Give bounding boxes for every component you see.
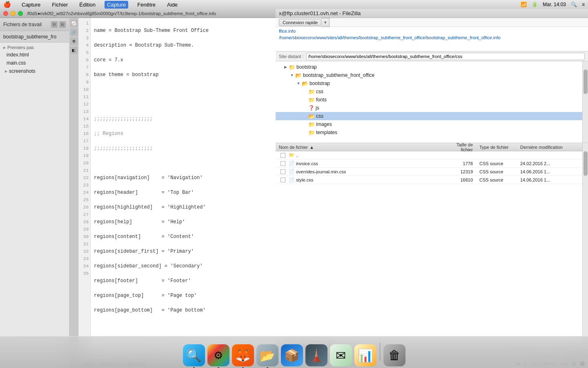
file-item-invoice[interactable]: 📄 invoice.css 1778 CSS source 24.02.2016…	[276, 159, 582, 168]
scrollbar-thumb	[584, 70, 588, 94]
battery-icon: 🔋	[532, 2, 538, 7]
col-date-header[interactable]: Dernière modification	[517, 145, 582, 150]
menu-fichier[interactable]: Fichier	[49, 1, 70, 9]
tree-toggle: ▼	[295, 81, 302, 85]
file-checkbox[interactable]	[281, 169, 285, 174]
remote-site-input[interactable]	[306, 53, 585, 60]
dock: 🔍 ⚙ 🦊 📂 📦 🗼 ✉ 📊 🗑	[0, 336, 588, 368]
apple-menu[interactable]: 🍎	[3, 1, 11, 8]
file-name: style.css	[296, 177, 313, 182]
dock-item-mail[interactable]: ✉	[330, 344, 352, 366]
file-item-overrides[interactable]: 📄 overrides-journal.min.css 12319 CSS so…	[276, 168, 582, 176]
folder-icon: 📁	[308, 89, 315, 95]
virtualbox-icon: 📦	[284, 348, 299, 363]
trash-icon: 🗑	[388, 348, 401, 362]
fz-titlebar: x@ftp.cluster011.ovh.net - FileZilla	[276, 9, 588, 18]
dock-item-tower[interactable]: 🗼	[305, 344, 327, 366]
menu-fenetre[interactable]: Fenêtre	[135, 1, 158, 9]
scrollbar-thumb	[584, 151, 588, 176]
file-type: CSS source	[476, 177, 517, 182]
main-container: /f0dS●m/k0f2_wt927n2vhbxvd6jj85m0000gn/T…	[0, 9, 588, 368]
remote-site-label: Site distant :	[279, 54, 304, 59]
line-numbers: 12345 678910 1112131415 1617181920 21222…	[78, 18, 91, 359]
tree-label: templates	[316, 130, 337, 135]
finder-icon: 🔍	[186, 348, 201, 363]
tool-graph[interactable]: 📈	[70, 20, 78, 27]
right-tools: 📈 🔗 ⚙ ◧	[69, 18, 78, 368]
file-checkbox[interactable]	[281, 153, 285, 158]
close-button[interactable]	[3, 11, 8, 16]
tree-toggle: ▼	[289, 73, 295, 77]
col-name-header[interactable]: Nom de fichier ▲	[276, 145, 443, 150]
fz-tree-area-container: ▶ 📁 bootstrap ▼ 📂 bootstrap_subtheme_fro…	[276, 61, 588, 143]
dock-item-vbox[interactable]: 📦	[281, 344, 303, 366]
menu-aide[interactable]: Aide	[165, 1, 180, 9]
file-list-scrollbar[interactable]	[582, 143, 588, 343]
quick-connect-dropdown[interactable]: ▼	[321, 18, 330, 27]
tree-label: bootstrap_subtheme_front_office	[303, 72, 374, 78]
tree-label: images	[316, 121, 332, 127]
tree-item-css-selected[interactable]: 📂 css	[276, 112, 582, 120]
dock-item-chrome[interactable]: ⚙	[207, 344, 229, 366]
col-size-header[interactable]: Taille de fichier	[443, 143, 476, 152]
fz-file-list-header: Nom de fichier ▲ Taille de fichier Type …	[276, 143, 582, 151]
dock-item-filezilla[interactable]: 📂	[256, 344, 278, 366]
sidebar-file-main[interactable]: main.css	[0, 59, 69, 67]
file-type: CSS source	[476, 161, 517, 166]
file-checkbox[interactable]	[281, 177, 285, 182]
dock-separator	[380, 343, 380, 361]
tree-scrollbar[interactable]	[582, 61, 588, 143]
tree-item-images[interactable]: 📁 images	[276, 120, 582, 128]
file-item-style[interactable]: 📄 style.css 16810 CSS source 14.06.2016 …	[276, 176, 582, 184]
sidebar-file-index[interactable]: index.html	[0, 51, 69, 59]
dock-item-firefox[interactable]: 🦊	[232, 344, 254, 366]
folder-open-icon: 📂	[308, 113, 315, 119]
menu-extra-icon[interactable]: ≡	[582, 2, 585, 7]
dock-item-finder[interactable]: 🔍	[183, 344, 205, 366]
menu-capture[interactable]: Capture	[19, 1, 43, 9]
tree-label: bootstrap	[310, 81, 330, 86]
col-type-header[interactable]: Type de fichier	[476, 145, 517, 150]
tree-item-subtheme[interactable]: ▼ 📂 bootstrap_subtheme_front_office	[276, 71, 582, 79]
file-item-dotdot[interactable]: 📁 ..	[276, 151, 582, 159]
dock-item-presentation[interactable]: 📊	[354, 344, 376, 366]
minimize-button[interactable]	[11, 11, 16, 16]
code-editor[interactable]: 12345 678910 1112131415 1617181920 21222…	[78, 18, 276, 368]
tree-item-templates[interactable]: 📁 templates	[276, 128, 582, 137]
file-checkbox[interactable]	[281, 161, 285, 166]
file-name: overrides-journal.min.css	[296, 169, 346, 174]
sidebar-header-icons: ⚙ ⊞	[51, 21, 66, 28]
fz-title: x@ftp.cluster011.ovh.net - FileZilla	[279, 10, 361, 16]
sidebar-folder-screenshots[interactable]: screenshots	[0, 67, 69, 75]
spotlight-icon[interactable]: 🔍	[571, 2, 577, 7]
code-content[interactable]: name = Bootstrap Sub-Theme Front Office …	[91, 18, 276, 359]
menu-capture2[interactable]: Capture	[105, 1, 128, 9]
sidebar-settings-icon[interactable]: ⚙	[51, 21, 58, 28]
file-size: 1778	[443, 161, 476, 166]
file-icon: 📄	[289, 169, 294, 174]
datetime: Mar. 14:03	[543, 2, 566, 7]
sort-icon: ▲	[310, 145, 314, 150]
premiers-pas-section[interactable]: Premiers pas	[0, 43, 69, 51]
fz-log-line-2: /home/sbioseconx/www/sites/all/themes/bo…	[279, 34, 585, 41]
chrome-icon: ⚙	[214, 349, 223, 362]
folder-icon: 📂	[302, 81, 308, 87]
tool-settings[interactable]: ⚙	[70, 38, 78, 45]
active-file-tab[interactable]: bootstrap_subtheme_fro	[0, 31, 69, 43]
quick-connect-button[interactable]: Connexion rapide	[279, 19, 321, 26]
file-date: 24.02.2016 2...	[517, 161, 582, 166]
tool-connect[interactable]: 🔗	[70, 29, 78, 36]
tree-item-css-sub[interactable]: 📁 css	[276, 88, 582, 96]
tree-item-js[interactable]: ❓ js	[276, 104, 582, 112]
tool-layers[interactable]: ◧	[70, 47, 78, 54]
dock-item-trash[interactable]: 🗑	[383, 344, 405, 366]
filezilla-panel: x@ftp.cluster011.ovh.net - FileZilla Con…	[276, 9, 588, 368]
tree-item-bootstrap[interactable]: ▶ 📁 bootstrap	[276, 63, 582, 71]
folder-icon: 📁	[308, 121, 315, 128]
sidebar-expand-icon[interactable]: ⊞	[59, 21, 66, 28]
tree-item-fonts[interactable]: 📁 fonts	[276, 96, 582, 104]
tree-item-bootstrap2[interactable]: ▼ 📂 bootstrap	[276, 79, 582, 88]
maximize-button[interactable]	[18, 11, 23, 16]
file-icon: 📄	[289, 161, 294, 166]
menu-edition[interactable]: Édition	[77, 1, 98, 9]
